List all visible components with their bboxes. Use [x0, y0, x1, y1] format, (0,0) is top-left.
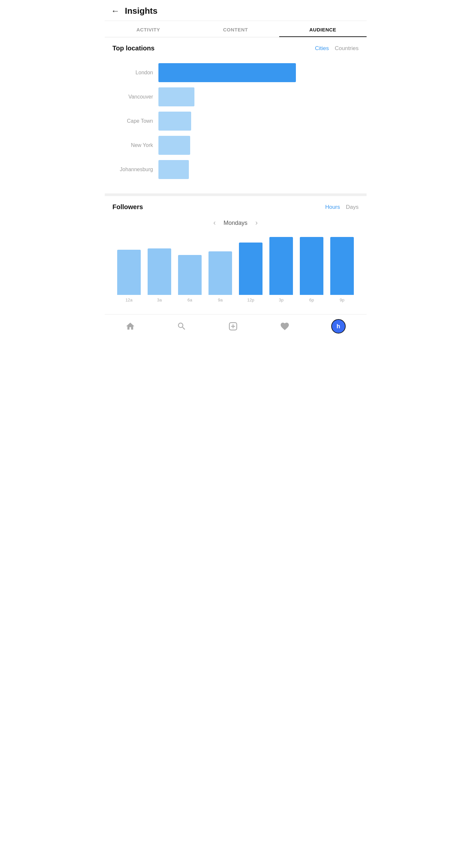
v-bar-label-12p: 12p — [247, 298, 254, 303]
bar-row-london: London — [113, 63, 359, 82]
v-bar-label-9p: 9p — [340, 298, 344, 303]
v-bar-col-6a: 6a — [175, 237, 205, 303]
v-bar-col-3p: 3p — [266, 237, 296, 303]
v-bar-3p — [270, 237, 293, 295]
followers-filter-tabs: Hours Days — [325, 204, 358, 211]
nav-add[interactable] — [228, 321, 238, 331]
v-bar-label-12a: 12a — [125, 298, 132, 303]
next-day-button[interactable]: › — [255, 219, 258, 227]
v-bar-col-12a: 12a — [114, 237, 144, 303]
followers-title: Followers — [113, 203, 143, 211]
bar-label-johannesburg: Johannesburg — [113, 166, 158, 173]
tab-bar: ACTIVITY CONTENT AUDIENCE — [105, 21, 367, 37]
bar-fill-vancouver — [158, 87, 194, 106]
filter-cities[interactable]: Cities — [315, 45, 329, 52]
v-bar-9a — [209, 251, 232, 295]
filter-hours[interactable]: Hours — [325, 204, 340, 211]
v-bar-12p — [239, 243, 263, 295]
v-bar-12a — [117, 250, 141, 295]
tab-content[interactable]: CONTENT — [192, 21, 279, 37]
header: ← Insights — [105, 0, 367, 21]
v-bar-3a — [148, 248, 171, 295]
followers-section: Followers Hours Days ‹ Mondays › 12a 3a … — [105, 196, 367, 314]
current-day-label: Mondays — [224, 220, 247, 226]
bar-label-newyork: New York — [113, 143, 158, 148]
nav-heart[interactable] — [280, 321, 290, 331]
back-button[interactable]: ← — [111, 6, 120, 16]
v-bar-label-6a: 6a — [188, 298, 192, 303]
home-icon — [125, 321, 135, 331]
prev-day-button[interactable]: ‹ — [213, 219, 216, 227]
bar-fill-johannesburg — [158, 160, 189, 179]
v-bar-label-9a: 9a — [218, 298, 223, 303]
nav-profile[interactable]: h — [331, 319, 346, 334]
v-bar-9p — [330, 237, 354, 295]
heart-icon — [280, 321, 290, 331]
location-filter-tabs: Cities Countries — [315, 45, 358, 52]
section-header: Top locations Cities Countries — [113, 44, 359, 52]
page-title: Insights — [125, 6, 158, 16]
search-icon — [177, 321, 187, 331]
profile-badge: h — [331, 319, 346, 334]
followers-bar-chart: 12a 3a 6a 9a 12p 3p 6p — [113, 237, 359, 303]
v-bar-6p — [300, 237, 324, 295]
tab-activity[interactable]: ACTIVITY — [105, 21, 192, 37]
top-locations-section: Top locations Cities Countries London Va… — [105, 37, 367, 196]
v-bar-6a — [178, 255, 202, 295]
filter-countries[interactable]: Countries — [335, 45, 359, 52]
bottom-navigation: h — [105, 314, 367, 339]
bar-fill-london — [158, 63, 296, 82]
bar-label-london: London — [113, 70, 158, 75]
followers-header: Followers Hours Days — [113, 203, 359, 211]
profile-badge-letter: h — [337, 323, 340, 330]
bar-label-vancouver: Vancouver — [113, 94, 158, 100]
v-bar-col-9p: 9p — [327, 237, 357, 303]
tab-audience[interactable]: AUDIENCE — [279, 21, 367, 37]
nav-home[interactable] — [125, 321, 135, 331]
v-bar-label-6p: 6p — [309, 298, 314, 303]
bar-label-capetown: Cape Town — [113, 118, 158, 124]
bar-row-johannesburg: Johannesburg — [113, 160, 359, 179]
day-navigator: ‹ Mondays › — [113, 219, 359, 227]
bar-row-vancouver: Vancouver — [113, 87, 359, 106]
v-bar-label-3p: 3p — [279, 298, 283, 303]
v-bar-col-3a: 3a — [144, 237, 175, 303]
filter-days[interactable]: Days — [346, 204, 359, 211]
nav-search[interactable] — [177, 321, 187, 331]
locations-bar-chart: London Vancouver Cape Town New York Joha… — [113, 60, 359, 184]
top-locations-title: Top locations — [113, 44, 155, 52]
bar-row-capetown: Cape Town — [113, 112, 359, 131]
add-icon — [228, 321, 238, 331]
v-bar-label-3a: 3a — [157, 298, 162, 303]
v-bar-col-12p: 12p — [236, 237, 266, 303]
bar-fill-capetown — [158, 112, 191, 131]
v-bar-col-9a: 9a — [205, 237, 236, 303]
bar-row-newyork: New York — [113, 136, 359, 155]
v-bar-col-6p: 6p — [296, 237, 327, 303]
bar-fill-newyork — [158, 136, 190, 155]
